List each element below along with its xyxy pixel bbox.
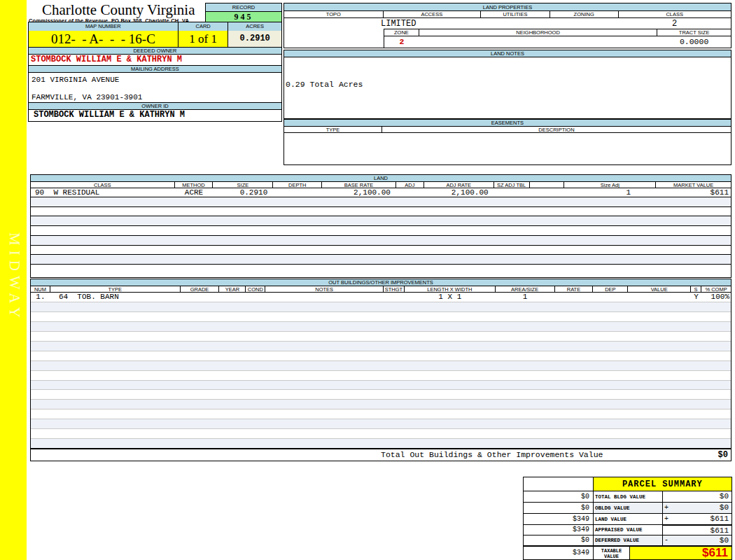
land-value-amount-cell: + $611 (663, 514, 732, 524)
obldg-amount: $0 (720, 503, 729, 513)
total-bldg-value-row: $0 TOTAL BLDG VALUE $0 (524, 491, 732, 503)
obldg-value-row: $0 OBLDG VALUE + $0 (524, 503, 732, 514)
empty-row (31, 400, 731, 410)
land-value-op: + (664, 514, 668, 524)
out-buildings-total-value: $0 (718, 449, 728, 461)
out-buildings-headers: NUM TYPE GRADE YEAR COND NOTES STHGT LEN… (31, 286, 731, 293)
land-size-header: SIZE (213, 182, 273, 188)
ob-grade-value (181, 293, 220, 302)
neighborhood-value: 160 A Midway (419, 36, 657, 48)
easement-description-header: DESCRIPTION (382, 127, 731, 132)
ob-area-size-value: 1 (496, 293, 555, 302)
ob-cond-value (246, 293, 265, 302)
easements-headers: TYPE DESCRIPTION (284, 127, 732, 133)
ob-value-value (628, 293, 691, 302)
land-table-title: LAND (31, 175, 731, 182)
empty-row (31, 429, 731, 439)
owner-id-value: STOMBOCK WILLIAM E & KATHRYN M (29, 110, 281, 121)
zone-headers: ZONE NEIGHBORHOOD TRACT SIZE (384, 29, 731, 36)
access-header: ACCESS (384, 11, 482, 18)
out-buildings-empty-rows (31, 302, 731, 448)
land-size-adj-header: Size Adj (564, 182, 656, 188)
utilities-header: UTILITIES (481, 11, 550, 18)
card-label: CARD (178, 22, 229, 31)
ob-length-width-header: LENGTH X WIDTH (405, 286, 496, 292)
empty-row (31, 255, 731, 264)
land-properties-title: LAND PROPERTIES (284, 4, 731, 11)
topo-header: TOPO (284, 11, 384, 18)
acres-label: ACRES (228, 22, 281, 31)
ob-s-value: Y (691, 293, 701, 302)
taxable-label: TAXABLE VALUE (594, 547, 630, 559)
obldg-amount-cell: + $0 (663, 503, 732, 513)
identity-column-headers: MAP NUMBER CARD ACRES (29, 22, 281, 31)
land-value-amount: $611 (710, 514, 729, 524)
ob-num-value: 1. (31, 293, 50, 302)
land-empty-rows (31, 197, 731, 264)
land-size-adj-value: 1 (564, 188, 656, 197)
land-totals-row: Total Acres 0.2910 Price Per Acre $2,100… (31, 264, 731, 277)
land-market-value-header: MARKET VALUE (656, 182, 731, 188)
empty-row (31, 322, 731, 332)
empty-row (31, 246, 731, 255)
taxable-left: $349 (524, 547, 594, 559)
parcel-summary-title: PARCEL SUMMARY (594, 477, 732, 491)
map-number-label: MAP NUMBER (29, 22, 178, 31)
empty-row (31, 361, 731, 371)
appraised-value-row: $349 APPRAISED VALUE $611 (524, 525, 732, 536)
ob-type-value: 64 TOB. BARN (50, 293, 181, 302)
land-blank-header (530, 182, 565, 188)
land-depth-header: DEPTH (273, 182, 322, 188)
empty-row (31, 197, 731, 207)
total-bldg-left: $0 (524, 491, 594, 502)
map-number-value: 012- - A- - - 16-C (29, 31, 178, 47)
deferred-amount-cell: - $0 (663, 536, 732, 545)
parcel-summary: PARCEL SUMMARY $0 TOTAL BLDG VALUE $0 $0… (523, 477, 732, 560)
parcel-summary-header-row: PARCEL SUMMARY (524, 477, 732, 491)
land-class-value: 90 W RESIDUAL (31, 188, 175, 197)
ob-type-header: TYPE (50, 286, 181, 292)
ob-area-size-header: AREA/SIZE (496, 286, 555, 292)
zone-value: 2 (384, 36, 419, 48)
record-box: RECORD 945 (205, 3, 282, 22)
identity-values: 012- - A- - - 16-C 1 of 1 0.2910 (29, 31, 281, 48)
mailing-address-label: MAILING ADDRESS (29, 66, 281, 73)
ob-pct-comp-header: % COMP (701, 286, 731, 292)
address-line-2: FARMVILLE, VA 23901-3901 (31, 93, 142, 102)
land-note-text: 0.29 Total Acres (286, 80, 363, 89)
out-buildings-title: OUT BUILDINGS/OTHER IMPROVEMENTS (31, 279, 731, 286)
obldg-op: + (664, 503, 668, 513)
land-sz-adj-tbl-value (494, 188, 530, 197)
appraised-left: $349 (524, 525, 594, 535)
land-value-row: $349 LAND VALUE + $611 (524, 514, 732, 525)
ob-num-header: NUM (31, 286, 50, 292)
land-properties-headers: TOPO ACCESS UTILITIES ZONING CLASS (284, 11, 731, 18)
ob-pct-comp-value: 100% (701, 293, 731, 302)
total-bldg-amount-cell: $0 (663, 491, 732, 502)
acres-value: 0.2910 (228, 31, 281, 47)
zone-subtable: ZONE NEIGHBORHOOD TRACT SIZE 2 160 A Mid… (384, 29, 731, 48)
land-adj-header: ADJ (396, 182, 424, 188)
record-label: RECORD (206, 4, 281, 12)
out-buildings-table: OUT BUILDINGS/OTHER IMPROVEMENTS NUM TYP… (30, 279, 732, 449)
land-data-row: 90 W RESIDUAL ACRE 0.2910 2,100.00 2,100… (31, 188, 731, 197)
parcel-identity-block: MAP NUMBER CARD ACRES 012- - A- - - 16-C… (28, 22, 282, 122)
empty-row (31, 439, 731, 448)
neighborhood-vertical-label: MIDWAY (6, 232, 23, 323)
ob-notes-value (265, 293, 384, 302)
ob-grade-header: GRADE (181, 286, 220, 292)
access-value: LIMITED (381, 19, 416, 29)
ob-length-width-value: 1 X 1 (405, 293, 496, 302)
land-adj-value (396, 188, 424, 197)
ob-dep-header: DEP (593, 286, 628, 292)
zone-values: 2 160 A Midway 0.0000 (384, 36, 731, 48)
land-class-header: CLASS (31, 182, 175, 188)
land-value-left: $349 (524, 514, 594, 524)
land-method-value: ACRE (175, 188, 214, 197)
land-method-header: METHOD (175, 182, 214, 188)
out-building-data-row: 1. 64 TOB. BARN 1 X 1 1 Y 100% (31, 293, 731, 302)
deeded-owner-label: DEEDED OWNER (29, 48, 281, 55)
obldg-label: OBLDG VALUE (594, 503, 663, 513)
out-buildings-total-label: Total Out Buildings & Other Improvements… (381, 449, 603, 461)
land-blank-value (530, 188, 565, 197)
